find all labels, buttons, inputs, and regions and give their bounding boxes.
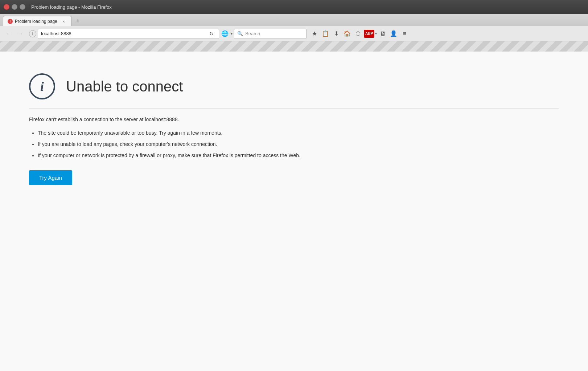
toolbar-icons: ★ 📋 ⬇ 🏠 ⬡ ABP ▾ 🖥 👤 ≡: [309, 29, 410, 39]
list-item: The site could be temporarily unavailabl…: [38, 129, 559, 137]
list-item: If you are unable to load any pages, che…: [38, 140, 559, 148]
forward-button[interactable]: →: [15, 28, 26, 39]
download-button[interactable]: ⬇: [331, 29, 341, 39]
dropdown-arrow-icon[interactable]: ▾: [231, 32, 233, 36]
info-icon: i: [29, 30, 36, 37]
address-text: localhost:8888: [41, 31, 207, 36]
minimize-window-button[interactable]: [12, 4, 17, 10]
navbar: ← → i localhost:8888 ↻ 🌐 ▾ 🔍 Search ★ 📋 …: [0, 26, 588, 41]
error-description: Firefox can't establish a connection to …: [29, 116, 559, 123]
error-header: i Unable to connect: [29, 73, 559, 99]
home-button[interactable]: 🏠: [342, 29, 352, 39]
globe-button[interactable]: 🌐: [221, 29, 229, 38]
info-circle-letter: i: [40, 79, 44, 94]
search-placeholder: Search: [245, 31, 260, 36]
tabbar: ! Problem loading page × +: [0, 14, 588, 26]
hazard-stripe: [0, 41, 588, 52]
try-again-button[interactable]: Try Again: [29, 170, 72, 185]
pocket-button[interactable]: ⬡: [353, 29, 363, 39]
error-list: The site could be temporarily unavailabl…: [29, 129, 559, 159]
new-tab-button[interactable]: +: [73, 16, 83, 26]
tab-close-button[interactable]: ×: [61, 19, 67, 24]
back-button[interactable]: ←: [3, 28, 14, 39]
search-icon: 🔍: [237, 31, 243, 36]
titlebar: Problem loading page - Mozilla Firefox: [0, 0, 588, 14]
tab-label: Problem loading page: [15, 19, 57, 24]
search-bar[interactable]: 🔍 Search: [234, 29, 307, 39]
monitor-button[interactable]: 🖥: [378, 29, 388, 39]
adblock-button[interactable]: ABP: [364, 30, 374, 38]
window-title: Problem loading page - Mozilla Firefox: [31, 4, 112, 10]
reload-button[interactable]: ↻: [207, 29, 216, 38]
maximize-window-button[interactable]: [20, 4, 25, 10]
clipboard-button[interactable]: 📋: [320, 29, 330, 39]
list-item: If your computer or network is protected…: [38, 152, 559, 159]
page-content: i Unable to connect Firefox can't establ…: [0, 52, 588, 371]
close-window-button[interactable]: [4, 4, 9, 10]
tab-error-icon: !: [8, 19, 13, 24]
address-bar[interactable]: localhost:8888 ↻: [38, 29, 219, 39]
error-title: Unable to connect: [66, 78, 183, 95]
window-controls: [4, 4, 25, 10]
menu-button[interactable]: ≡: [399, 29, 410, 39]
bookmark-button[interactable]: ★: [309, 29, 320, 39]
user-button[interactable]: 👤: [388, 29, 399, 39]
abp-dropdown-icon[interactable]: ▾: [375, 32, 377, 36]
info-circle-icon: i: [29, 73, 55, 99]
divider: [29, 108, 559, 109]
active-tab[interactable]: ! Problem loading page ×: [3, 16, 71, 26]
